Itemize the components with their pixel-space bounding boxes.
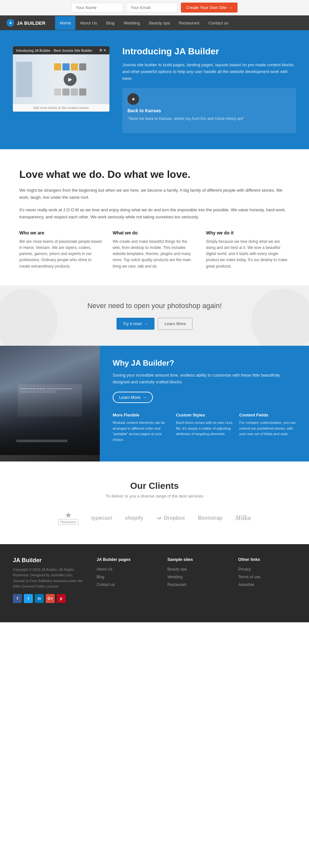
top-bar: Create Your Own Site → [0, 0, 309, 16]
about-para1: We might be strangers from the beginning… [19, 187, 290, 201]
footer-advertise-link[interactable]: Advertise [238, 582, 254, 587]
footer-col-other-heading: Other links [238, 557, 296, 562]
list-item: Blog [96, 574, 154, 579]
footer-col-pages-heading: JA Builder pages [96, 557, 154, 562]
nav-contact[interactable]: Contact us [204, 16, 233, 30]
google-plus-icon[interactable]: G+ [46, 594, 55, 603]
main-nav: ★ JA BUILDER Home About Us Blog Wedding … [0, 16, 309, 30]
why-learn-more-button[interactable]: Learn More → [113, 392, 153, 403]
dropbox-icon [156, 515, 162, 521]
nav-wedding[interactable]: Wedding [119, 16, 144, 30]
footer-col-samples: Sample sites Beauty spa Wedding Restaura… [167, 557, 225, 603]
nav-beauty[interactable]: Beauty spa [144, 16, 174, 30]
list-item: Contact us [96, 582, 154, 587]
star-icon: ★ [128, 93, 139, 105]
about-col-what-text: We create and make beautiful things for … [113, 239, 196, 270]
about-cols: Who we are We are close teams of passion… [19, 230, 290, 270]
footer-samples-list: Beauty spa Wedding Restaurant [167, 566, 225, 587]
quote-text: "Send me back to Kansas, where my Aunt E… [128, 116, 291, 122]
client-shopify: shopify [125, 515, 143, 521]
video-title-bar: Introducing JA Builder - Best Joomla Sit… [13, 46, 109, 54]
nav-logo: ★ JA BUILDER [6, 19, 46, 27]
why-feature-styles: Custom Styles Each block comes with its … [176, 413, 233, 442]
hero-heading: Introducing JA Builder [122, 46, 296, 57]
keyboard-image: ▬▬▬▬▬▬▬▬ ▬▬▬▬▬▬▬▬▬ [0, 346, 100, 462]
footer: JA Builder Copyright © 2016 JA Builder. … [0, 544, 309, 622]
clients-subtitle: To deliver to you a diverse range of the… [13, 494, 296, 498]
play-button[interactable]: ▶ [64, 73, 77, 86]
name-input[interactable] [72, 3, 123, 12]
twitter-icon[interactable]: t [24, 594, 33, 603]
logo-icon: ★ [6, 19, 14, 27]
why-content: Why JA Builder? Saving your incredible a… [100, 346, 309, 462]
video-thumbnail[interactable]: ▶ [13, 54, 109, 104]
feature-fields-text: For complex customisation, you can exten… [239, 420, 296, 437]
video-controls-icon: ⚙ ✕ [99, 48, 106, 53]
cta-btn-group: Try it now! → Learn More [13, 318, 296, 330]
arrow-icon: → [142, 395, 146, 400]
pinterest-icon[interactable]: p [57, 594, 66, 603]
list-item: Privacy [238, 566, 296, 571]
nav-restaurant[interactable]: Restaurant [174, 16, 204, 30]
arrow-icon: → [144, 321, 148, 326]
about-col-why-text: Simply because we love doing what we are… [206, 239, 290, 270]
about-heading: Love what we do. Do what we love. [19, 168, 290, 180]
linkedin-icon[interactable]: in [35, 594, 44, 603]
about-col-what: What we do We create and make beautiful … [113, 230, 196, 270]
list-item: Wedding [167, 574, 225, 579]
footer-top: JA Builder Copyright © 2016 JA Builder. … [13, 557, 296, 603]
footer-wedding-link[interactable]: Wedding [167, 575, 182, 579]
footer-beauty-link[interactable]: Beauty spa [167, 567, 187, 571]
hero-video: Introducing JA Builder - Best Joomla Sit… [13, 46, 109, 112]
list-item: Restaurant [167, 582, 225, 587]
why-description: Saving your incredible amount time, endl… [113, 372, 296, 385]
nav-home[interactable]: Home [55, 16, 75, 30]
why-feature-flexible: More Flexible Modular content elements c… [113, 413, 170, 442]
about-col-why: Why we do it Simply because we love doin… [206, 230, 290, 270]
list-item: About Us [96, 566, 154, 571]
client-heineken: ★ Heineken [58, 512, 79, 525]
footer-contact-link[interactable]: Contact us [96, 582, 115, 587]
footer-about-link[interactable]: About Us [96, 567, 112, 571]
about-col-what-title: What we do [113, 230, 196, 236]
facebook-icon[interactable]: f [13, 594, 22, 603]
about-col-who-text: We are close teams of passionate people … [19, 239, 103, 270]
hero-description: Joomla site builder to build pages, land… [122, 62, 296, 82]
hero-quote: ★ Back to Kansas "Send me back to Kansas… [122, 88, 296, 133]
footer-copyright: Copyright © 2016 JA Builder. All Rights … [13, 567, 84, 589]
footer-col-samples-heading: Sample sites [167, 557, 225, 562]
about-col-who-title: Who we are [19, 230, 103, 236]
heineken-label: Heineken [58, 519, 79, 525]
about-col-why-title: Why we do it [206, 230, 290, 236]
cta-text: Never need to open your photoshop again! [13, 302, 296, 310]
why-section: ▬▬▬▬▬▬▬▬ ▬▬▬▬▬▬▬▬▬ Why JA Builder? Savin… [0, 346, 309, 462]
client-dropbox: Dropbox [156, 515, 185, 521]
footer-blog-link[interactable]: Blog [96, 575, 104, 579]
try-now-button[interactable]: Try it now! → [116, 318, 154, 330]
email-input[interactable] [126, 3, 178, 12]
video-caption: Add more blocks to the content section [13, 104, 109, 112]
footer-privacy-link[interactable]: Privacy [238, 567, 251, 571]
feature-styles-title: Custom Styles [176, 413, 233, 417]
client-milka: Milka [235, 514, 251, 522]
quote-heading: Back to Kansas [128, 108, 291, 113]
footer-col-other: Other links Privacy Terms of use Adverti… [238, 557, 296, 603]
about-section: Love what we do. Do what we love. We mig… [0, 149, 309, 285]
footer-restaurant-link[interactable]: Restaurant [167, 582, 186, 587]
footer-brand-name: JA Builder [13, 557, 84, 564]
client-bootstrap: Bootstrap [198, 515, 222, 521]
create-site-button[interactable]: Create Your Own Site → [181, 3, 237, 12]
nav-about[interactable]: About Us [75, 16, 102, 30]
nav-links: Home About Us Blog Wedding Beauty spa Re… [55, 16, 233, 30]
why-image: ▬▬▬▬▬▬▬▬ ▬▬▬▬▬▬▬▬▬ [0, 346, 100, 462]
footer-pages-list: About Us Blog Contact us [96, 566, 154, 587]
footer-other-list: Privacy Terms of use Advertise [238, 566, 296, 587]
hero-content: Introducing JA Builder Joomla site build… [122, 46, 296, 133]
learn-more-button[interactable]: Learn More [158, 318, 193, 330]
cta-banner: Never need to open your photoshop again!… [0, 286, 309, 346]
nav-blog[interactable]: Blog [102, 16, 119, 30]
footer-terms-link[interactable]: Terms of use [238, 575, 260, 579]
list-item: Advertise [238, 582, 296, 587]
clients-section: Our Clients To deliver to you a diverse … [0, 462, 309, 544]
why-heading: Why JA Builder? [113, 359, 296, 368]
